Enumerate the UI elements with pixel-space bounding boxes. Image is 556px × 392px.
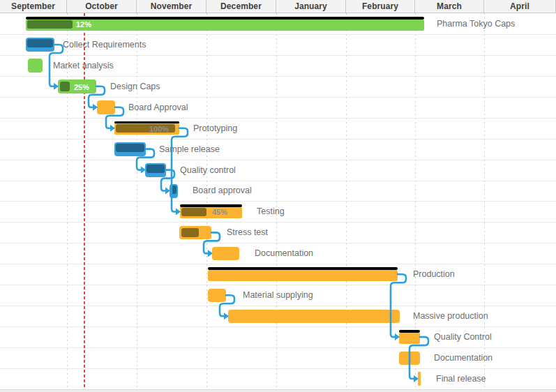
- task-label-production: Production: [413, 264, 455, 285]
- task-bar-doc2[interactable]: [399, 352, 420, 365]
- timeline-month-april: April: [484, 0, 556, 13]
- task-label-design: Design Caps: [110, 76, 160, 97]
- timeline-month-february: February: [346, 0, 415, 13]
- timeline-month-march: March: [415, 0, 484, 13]
- task-label-proto: Prototyping: [193, 118, 237, 139]
- task-label-collect: Collect Requirements: [63, 34, 146, 55]
- progress-bar-sample: [116, 144, 144, 152]
- task-bar-market[interactable]: [28, 59, 43, 73]
- task-bar-qc2[interactable]: [399, 333, 420, 344]
- progress-bar-pharma: [27, 20, 73, 29]
- gantt-chart: SeptemberOctoberNovemberDecemberJanuaryF…: [0, 0, 556, 392]
- task-label-qc2: Quality Control: [434, 326, 492, 347]
- task-label-qc1: Quality control: [180, 160, 236, 181]
- timeline-header: SeptemberOctoberNovemberDecemberJanuaryF…: [0, 0, 556, 13]
- progress-label-design: 25%: [74, 82, 89, 92]
- task-label-stress: Stress test: [227, 222, 268, 243]
- chart-bottom-edge: [0, 389, 556, 392]
- progress-bar-stress: [181, 228, 199, 238]
- task-label-final: Final release: [436, 368, 486, 389]
- progress-bar-design: [60, 82, 70, 91]
- timeline-month-november: November: [137, 0, 206, 13]
- task-label-massive: Massive production: [413, 306, 488, 326]
- progress-label-pharma: 12%: [76, 20, 91, 29]
- progress-label-proto: 100%: [149, 124, 169, 134]
- task-label-pharma: Pharma Tokyo Caps: [437, 13, 515, 34]
- task-label-doc2: Documentation: [434, 347, 493, 368]
- task-bar-material[interactable]: [208, 289, 226, 303]
- task-bar-production[interactable]: [208, 270, 398, 281]
- task-label-testing: Testing: [257, 201, 285, 222]
- timeline-month-december: December: [206, 0, 276, 13]
- timeline-month-october: October: [67, 0, 137, 13]
- task-label-market: Market analysis: [53, 55, 114, 76]
- progress-bar-qc1: [146, 165, 165, 173]
- timeline-month-september: September: [0, 0, 67, 13]
- task-label-board2: Board approval: [193, 181, 252, 202]
- milestone-bar-final[interactable]: [418, 372, 421, 386]
- task-bar-doc1[interactable]: [212, 247, 239, 261]
- task-label-board1: Board Approval: [128, 97, 188, 118]
- task-bar-massive[interactable]: [228, 310, 400, 324]
- task-label-sample: Sample release: [159, 139, 220, 160]
- task-label-doc1: Documentation: [255, 243, 313, 264]
- month-gridline: [137, 13, 137, 389]
- month-gridline: [206, 13, 207, 389]
- progress-label-testing: 45%: [212, 207, 227, 217]
- timeline-month-january: January: [276, 0, 346, 13]
- task-label-material: Material supplying: [243, 285, 313, 306]
- summary-cap-pharma: [26, 17, 424, 20]
- progress-bar-collect: [27, 39, 53, 47]
- progress-bar-testing: [181, 208, 206, 216]
- month-gridline: [346, 13, 347, 389]
- task-bar-board1[interactable]: [97, 100, 115, 114]
- progress-bar-board2: [171, 186, 176, 194]
